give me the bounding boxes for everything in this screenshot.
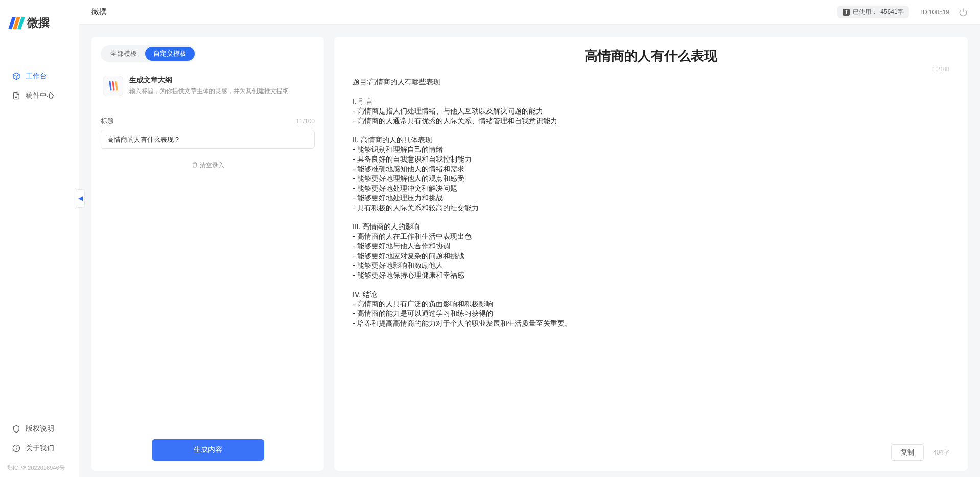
title-field-label: 标题 — [101, 117, 114, 126]
chevron-left-icon: ◀ — [78, 195, 83, 202]
user-id: ID:100519 — [921, 9, 949, 16]
text-badge-icon: T — [843, 9, 850, 16]
document-title[interactable]: 高情商的人有什么表现 — [353, 47, 949, 65]
nav-label: 关于我们 — [26, 444, 54, 453]
panel-right: 高情商的人有什么表现 10/100 题目:高情商的人有哪些表现 I. 引言 - … — [334, 37, 968, 471]
template-card: 生成文章大纲 输入标题，为你提供文章主体的灵感，并为其创建推文提纲 — [101, 72, 315, 104]
document-icon — [12, 92, 20, 100]
panel-left: 全部模板 自定义模板 生成文章大纲 输入标题，为你提供文章主体的灵感，并为其创建… — [91, 37, 324, 471]
logo: 微撰 — [0, 0, 79, 41]
nav-item-drafts[interactable]: 稿件中心 — [0, 86, 79, 105]
doc-title-count: 10/100 — [932, 66, 949, 72]
word-count: 404字 — [933, 448, 949, 457]
logo-text: 微撰 — [27, 15, 50, 31]
usage-value: 45641字 — [880, 8, 903, 16]
nav-label: 稿件中心 — [26, 91, 54, 100]
nav-label: 版权说明 — [26, 424, 54, 434]
tabs: 全部模板 自定义模板 — [101, 45, 196, 62]
title-input[interactable] — [101, 130, 315, 149]
cube-icon — [12, 72, 20, 80]
sidebar: 微撰 工作台 稿件中心 版权说明 — [0, 0, 79, 477]
content: 全部模板 自定义模板 生成文章大纲 输入标题，为你提供文章主体的灵感，并为其创建… — [79, 25, 980, 477]
page-title: 微撰 — [91, 7, 107, 17]
nav: 工作台 稿件中心 — [0, 41, 79, 419]
clear-label: 清空录入 — [200, 161, 224, 170]
shield-icon — [12, 425, 20, 433]
template-title: 生成文章大纲 — [129, 76, 289, 85]
topbar: 微撰 T 已使用： 45641字 ID:100519 — [79, 0, 980, 25]
copy-button[interactable]: 复制 — [891, 444, 924, 461]
icp-text: 鄂ICP备2022016946号 — [0, 464, 79, 477]
logo-icon — [10, 17, 23, 29]
info-icon — [12, 444, 20, 452]
trash-icon — [192, 162, 198, 169]
document-body[interactable]: 题目:高情商的人有哪些表现 I. 引言 - 高情商是指人们处理情绪、与他人互动以… — [353, 77, 949, 438]
usage-pill[interactable]: T 已使用： 45641字 — [837, 6, 908, 18]
power-icon[interactable] — [959, 8, 968, 17]
main: 微撰 T 已使用： 45641字 ID:100519 全部模板 自定义模板 — [79, 0, 980, 477]
nav-bottom: 版权说明 关于我们 — [0, 419, 79, 464]
svg-point-2 — [16, 447, 17, 447]
generate-button[interactable]: 生成内容 — [152, 439, 264, 461]
nav-item-workspace[interactable]: 工作台 — [0, 66, 79, 86]
clear-input-button[interactable]: 清空录入 — [101, 161, 315, 170]
template-icon — [103, 76, 123, 96]
tab-all-templates[interactable]: 全部模板 — [102, 47, 145, 61]
tab-custom-template[interactable]: 自定义模板 — [145, 47, 195, 61]
nav-label: 工作台 — [26, 72, 47, 81]
usage-prefix: 已使用： — [853, 8, 877, 16]
nav-item-about[interactable]: 关于我们 — [0, 439, 79, 458]
title-char-count: 11/100 — [296, 118, 315, 125]
sidebar-collapse-button[interactable]: ◀ — [76, 189, 85, 208]
template-desc: 输入标题，为你提供文章主体的灵感，并为其创建推文提纲 — [129, 87, 289, 96]
nav-item-copyright[interactable]: 版权说明 — [0, 419, 79, 439]
